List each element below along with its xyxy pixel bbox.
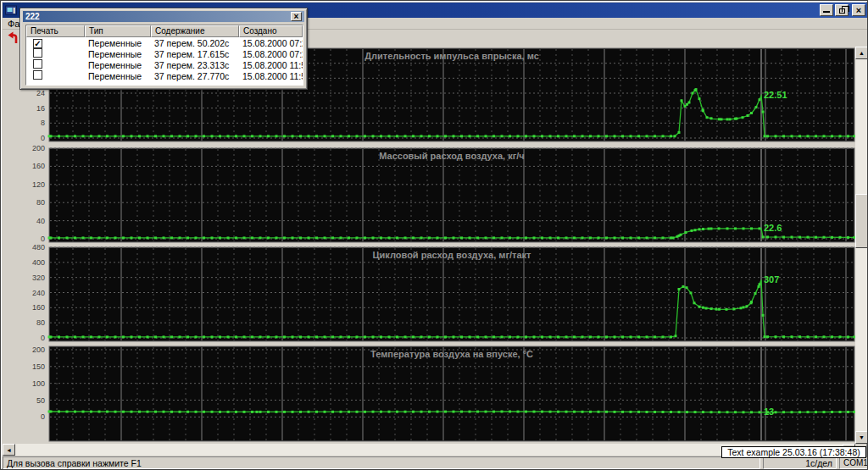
cell-created: 15.08.2000 11:53	[239, 71, 303, 81]
list-header: Печать Тип Содержание Создано	[26, 25, 303, 37]
cell-content: 37 перем. 50.202с	[151, 38, 239, 48]
y-tick-label: 100	[32, 379, 45, 388]
chart-title: Цикловой расход воздуха, мг/такт	[373, 250, 532, 260]
cell-content: 37 перем. 23.313с	[151, 60, 239, 70]
y-tick-label: 160	[32, 303, 45, 312]
scroll-left-button[interactable]: ◄	[3, 444, 15, 456]
restore-icon	[839, 8, 845, 14]
y-tick-label: 400	[32, 258, 45, 267]
statusbar: Для вызова справки нажмите F1 1с/дел COM…	[3, 456, 867, 469]
y-tick-label: 16	[36, 104, 45, 113]
cursor-value-label: 22.6	[764, 223, 782, 233]
minimize-button[interactable]	[820, 4, 833, 16]
y-tick-label: 200	[32, 144, 45, 152]
cell-type: Переменные	[85, 71, 151, 81]
scroll-down-button[interactable]: ▼	[855, 431, 868, 444]
y-tick-label: 8	[41, 119, 45, 127]
y-tick-label: 24	[36, 89, 45, 97]
column-header-created[interactable]: Создано	[239, 25, 303, 37]
statusbar-com-port: COM1	[839, 456, 868, 469]
y-tick-label: 150	[32, 362, 45, 371]
column-header-type[interactable]: Тип	[85, 25, 151, 37]
column-header-content[interactable]: Содержание	[151, 25, 239, 37]
column-header-print[interactable]: Печать	[26, 25, 85, 37]
close-button[interactable]: ×	[852, 4, 865, 16]
app-icon	[5, 4, 17, 16]
vertical-scroll-thumb[interactable]	[855, 194, 868, 248]
scroll-up-button[interactable]: ▲	[855, 47, 868, 59]
list-item[interactable]: Переменные37 перем. 17.615с15.08.2000 07…	[26, 48, 303, 59]
list-item[interactable]: Переменные37 перем. 27.770с15.08.2000 11…	[26, 70, 303, 81]
cursor-value-label: 13	[764, 406, 774, 417]
y-tick-label: 0	[41, 235, 45, 243]
print-checkbox[interactable]: ✓	[33, 39, 42, 48]
window-controls: ×	[820, 4, 865, 16]
y-tick-label: 50	[36, 396, 45, 405]
list-item[interactable]: Переменные37 перем. 23.313с15.08.2000 11…	[26, 59, 303, 70]
y-tick-label: 320	[32, 274, 45, 282]
vertical-scrollbar[interactable]: ▲ ▼	[855, 47, 868, 444]
print-checkbox[interactable]	[33, 59, 42, 69]
cursor-value-label: 22.51	[764, 90, 787, 100]
chart-region: 4032241680Длительность импульса впрыска,…	[3, 47, 855, 444]
print-checkbox[interactable]	[33, 70, 42, 80]
y-tick-label: 200	[32, 346, 45, 354]
y-tick-label: 120	[32, 180, 45, 189]
cell-content: 37 перем. 17.615с	[151, 49, 239, 59]
cell-created: 15.08.2000 07:24	[239, 49, 303, 59]
chart-title: Массовый расход воздуха, кг/ч	[379, 151, 525, 161]
dialog-close-button[interactable]: ×	[291, 12, 302, 21]
y-tick-label: 0	[41, 334, 45, 342]
y-tick-label: 0	[41, 412, 45, 421]
y-tick-label: 40	[36, 217, 45, 225]
statusbar-help-text: Для вызова справки нажмите F1	[3, 456, 760, 469]
charts-canvas: 4032241680Длительность импульса впрыска,…	[3, 47, 855, 444]
chart-3: 480400320240160800Цикловой расход воздух…	[32, 243, 855, 342]
minimize-icon	[823, 7, 830, 13]
cell-created: 15.08.2000 07:21	[239, 38, 303, 48]
cell-type: Переменные	[85, 38, 151, 48]
dialog-title: 222	[25, 12, 40, 21]
app-window: × Файл 4032241680Длительность импульса в…	[0, 0, 868, 470]
print-dialog: 222 × Печать Тип Содержание Создано ✓Пер…	[19, 8, 308, 90]
y-tick-label: 160	[32, 162, 45, 170]
list-item[interactable]: ✓Переменные37 перем. 50.202с15.08.2000 0…	[26, 37, 303, 48]
y-tick-label: 240	[32, 289, 45, 297]
chart-4: 200150100500Температура воздуха на впуск…	[32, 346, 855, 441]
y-tick-label: 80	[36, 318, 45, 327]
chart-title: Температура воздуха на впуске, °C	[370, 349, 533, 359]
dialog-titlebar[interactable]: 222 ×	[23, 11, 304, 22]
statusbar-time-scale: 1с/дел	[763, 456, 837, 469]
print-checkbox[interactable]	[33, 48, 42, 58]
y-tick-label: 480	[32, 243, 45, 252]
variables-list: Печать Тип Содержание Создано ✓Переменны…	[25, 25, 303, 86]
series-line	[49, 412, 854, 412]
y-tick-label: 0	[41, 134, 45, 142]
timestamp-tooltip: Text example 25.03.16 (17:38:48)	[721, 446, 866, 458]
restore-button[interactable]	[835, 4, 849, 16]
cell-created: 15.08.2000 11:51	[239, 60, 303, 70]
list-rows: ✓Переменные37 перем. 50.202с15.08.2000 0…	[26, 37, 303, 81]
chart-title: Длительность импульса впрыска, мс	[364, 51, 539, 61]
cell-type: Переменные	[85, 60, 151, 70]
cursor-value-label: 307	[764, 274, 779, 285]
cell-type: Переменные	[85, 49, 151, 59]
y-tick-label: 80	[36, 198, 45, 207]
chart-2: 20016012080400Массовый расход воздуха, к…	[32, 144, 855, 243]
cell-content: 37 перем. 27.770с	[151, 71, 239, 81]
red-bent-arrow-icon	[7, 30, 20, 46]
